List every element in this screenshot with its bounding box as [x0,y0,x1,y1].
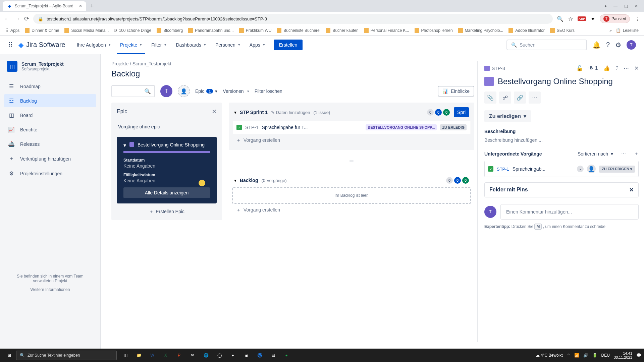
bookmark-item[interactable]: Adobe Illustrator [507,27,546,34]
explorer-icon[interactable]: 📁 [133,349,145,361]
create-issue-button[interactable]: ＋ Vorgang erstellen [232,134,471,147]
mail-icon[interactable]: ✉ [186,349,199,361]
app-icon[interactable]: ● [227,349,239,361]
edge-icon[interactable]: 🌀 [254,349,266,361]
sort-dropdown[interactable]: Sortieren nach ▾ ⋯ ＋ [578,151,639,157]
notifications-icon[interactable]: 🔔 [592,41,601,49]
nav-filters[interactable]: Filter [148,40,170,50]
menu-icon[interactable]: ⋮ [635,16,640,22]
version-filter[interactable]: Versionen [223,88,249,94]
bookmarks-overflow[interactable]: » [609,28,612,33]
create-button[interactable]: Erstellen [274,40,303,50]
sidebar-roadmap[interactable]: ☰Roadmap [4,80,96,93]
project-header[interactable]: ◫ Scrum_Testprojekt Softwareprojekt [4,61,96,72]
watchers-button[interactable]: 👁1 [588,65,598,71]
bookmark-item[interactable]: Bücherliste Bücherei [275,27,322,34]
add-dates-link[interactable]: ✎ Daten hinzufügen [271,110,310,115]
minimize-icon[interactable]: — [613,4,618,8]
tray-chevron-icon[interactable]: ⌃ [567,353,570,358]
sidebar-more-info-link[interactable]: Weitere Informationen [9,287,91,292]
bookmark-item[interactable]: Bloomberg [155,27,184,34]
browser-tab[interactable]: ◆ Scrum_Testprojekt – Agile-Board ✕ [3,1,86,11]
filter-add-person[interactable]: 👤 [178,85,190,97]
app-icon[interactable]: ◯ [213,349,225,361]
start-button[interactable]: ⊞ [3,349,16,362]
unassigned-avatar[interactable]: 👤 [587,165,596,173]
sidebar-settings[interactable]: ⚙Projekteinstellungen [4,167,96,180]
plus-icon[interactable]: ＋ [634,151,639,157]
issue-row[interactable]: ✓ STP-1 Spracheingabe für T... BESTELLVO… [232,121,471,134]
nav-dashboards[interactable]: Dashboards [172,40,209,50]
child-button[interactable]: ☍ [499,92,511,104]
profile-avatar[interactable]: T [627,40,636,50]
bookmark-item[interactable]: Personal Finance K... [363,27,411,34]
create-epic-button[interactable]: ＋ Erstellen Epic [117,209,217,215]
sidebar-releases[interactable]: 🚢Releases [4,137,96,150]
clear-filters[interactable]: Filter löschen [255,88,282,94]
maximize-icon[interactable]: ▢ [624,4,628,8]
search-input[interactable]: 🔍 Suchen [506,40,587,50]
share-icon[interactable]: ⤴ [615,65,618,71]
drag-handle-icon[interactable]: ═ [229,157,474,166]
epic-chip[interactable]: BESTELLVORGANG ONLINE SHOPP... [366,124,437,130]
bookmark-item[interactable]: Bücher kaufen [324,27,360,34]
sidebar-reports[interactable]: 📈Berichte [4,123,96,136]
description-input[interactable]: Beschreibung hinzufügen ... [484,137,639,143]
pinned-fields-section[interactable]: Felder mit Pins ✕ [484,182,639,197]
clock[interactable]: 14:41 30.11.2021 [614,351,632,359]
more-actions-button[interactable]: ⋯ [529,92,541,104]
settings-icon[interactable]: ⚙ [615,41,621,49]
reload-button[interactable]: ⟳ [24,15,29,22]
nav-people[interactable]: Personen [212,40,244,50]
close-window-icon[interactable]: ✕ [635,4,638,8]
epic-filter[interactable]: Epic 1 ▾ [195,88,217,94]
breadcrumb-root[interactable]: Projekte [111,61,128,66]
bookmark-item[interactable]: Panoramabahn und... [187,27,235,34]
more-icon[interactable]: ⋯ [621,151,626,157]
chrome-icon[interactable]: 🌐 [200,349,212,361]
nav-apps[interactable]: Apps [246,40,268,50]
lock-icon[interactable]: 🔓 [576,65,583,71]
extensions-icon[interactable]: ✦ [591,16,595,22]
taskbar-search[interactable]: 🔍 Zur Suche Text hier eingeben [16,351,117,360]
epic-card[interactable]: ▾ Bestellvorgang Online Shopping Startda… [117,137,217,203]
status-chip[interactable]: ZU ERLEDIG [440,124,467,130]
nav-projects[interactable]: Projekte [117,36,145,54]
word-icon[interactable]: W [146,349,158,361]
app-icon[interactable]: ▤ [267,349,279,361]
chevron-down-icon[interactable]: ▾ [123,142,126,148]
detail-key[interactable]: STP-3 [484,66,505,71]
filter-search-input[interactable]: 🔍 [111,85,155,97]
issues-without-epic[interactable]: Vorgänge ohne epic [117,121,217,133]
epic-details-button[interactable]: Alle Details anzeigen [123,187,210,198]
like-icon[interactable]: 👍 [603,65,610,71]
close-icon[interactable]: ✕ [629,187,634,193]
star-icon[interactable]: ☆ [568,16,573,22]
zoom-icon[interactable]: 🔍 [557,16,564,22]
battery-icon[interactable]: 🔋 [592,353,597,358]
nav-your-work[interactable]: Ihre Aufgaben [73,40,114,50]
task-view-icon[interactable]: ◫ [119,349,131,361]
app-icon[interactable]: ▣ [240,349,252,361]
more-icon[interactable]: ⋯ [624,65,629,71]
bookmark-item[interactable]: Marketing Psycholo... [457,27,505,34]
attach-button[interactable]: 📎 [484,92,496,104]
app-switcher-icon[interactable]: ⠿ [8,41,13,49]
excel-icon[interactable]: X [160,349,172,361]
create-issue-button[interactable]: ＋ Vorgang erstellen [232,204,471,217]
spotify-icon[interactable]: ● [280,349,292,361]
weather-widget[interactable]: ☁ 4°C Bewölkt [536,353,563,358]
bookmark-item[interactable]: SEO Kurs [549,27,576,34]
close-icon[interactable]: ✕ [212,108,217,115]
breadcrumb-project[interactable]: Scrum_Testprojekt [132,61,171,66]
bookmark-item[interactable]: Social Media Mana... [63,27,110,34]
language-indicator[interactable]: DEU [601,353,610,358]
jira-logo[interactable]: ◆ Jira Software [18,41,65,49]
link-button[interactable]: 🔗 [514,92,526,104]
bookmark-item[interactable]: Praktikum WU [238,27,273,34]
notification-icon[interactable]: 💬 [636,353,641,358]
detail-title[interactable]: Bestellvorgang Online Shopping [498,77,613,86]
new-tab-button[interactable]: + [90,3,94,10]
sidebar-add-link[interactable]: ＋Verknüpfung hinzufügen [4,152,96,166]
wifi-icon[interactable]: 📶 [574,353,579,358]
